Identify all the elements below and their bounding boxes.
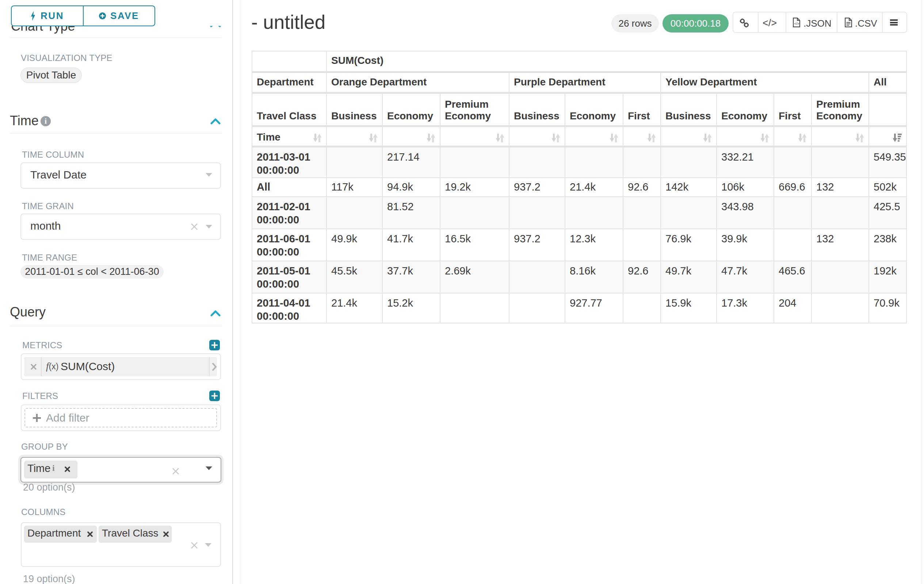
svg-text:</>: </>: [794, 21, 799, 26]
